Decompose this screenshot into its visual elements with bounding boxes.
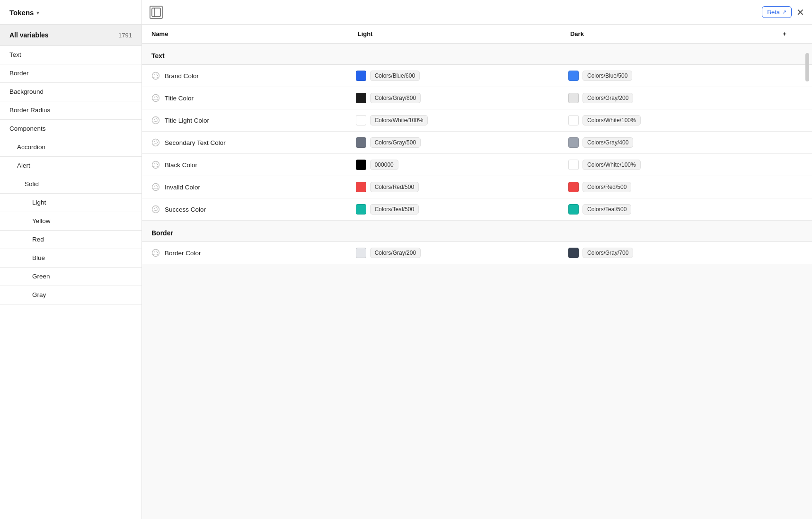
all-variables-row[interactable]: All variables 1791 <box>0 25 141 46</box>
dark-color-swatch[interactable] <box>568 248 579 258</box>
light-color-swatch[interactable] <box>356 204 366 215</box>
dark-color-swatch[interactable] <box>568 204 579 215</box>
light-color-swatch[interactable] <box>356 93 366 103</box>
svg-point-19 <box>154 163 155 164</box>
svg-point-2 <box>152 72 159 80</box>
variable-name: Title Color <box>165 95 194 102</box>
dark-color-swatch[interactable] <box>568 137 579 148</box>
table-row: Title Light Color Colors/White/100% Colo… <box>142 109 812 132</box>
svg-point-22 <box>152 184 159 191</box>
sidebar-item-border[interactable]: Border <box>0 64 141 82</box>
svg-point-29 <box>157 208 158 209</box>
sidebar: Tokens ▾ All variables 1791 TextBorderBa… <box>0 0 142 519</box>
svg-point-8 <box>156 96 157 97</box>
sidebar-item-green[interactable]: Green <box>0 268 141 286</box>
dark-color-token[interactable]: Colors/Teal/500 <box>583 204 631 215</box>
dark-color-swatch[interactable] <box>568 93 579 103</box>
sidebar-item-accordion[interactable]: Accordion <box>0 138 141 156</box>
light-color-swatch[interactable] <box>356 71 366 81</box>
toolbar-left <box>150 6 163 19</box>
close-button[interactable]: ✕ <box>796 8 804 17</box>
sidebar-item-blue[interactable]: Blue <box>0 249 141 267</box>
palette-icon <box>151 205 160 214</box>
svg-point-32 <box>156 251 157 251</box>
light-color-swatch[interactable] <box>356 248 366 258</box>
sidebar-item-background[interactable]: Background <box>0 83 141 101</box>
light-color-token[interactable]: Colors/Gray/200 <box>370 248 421 258</box>
table-row: Invalid Color Colors/Red/500 Colors/Red/… <box>142 176 812 198</box>
dark-color-token[interactable]: Colors/Blue/500 <box>583 71 632 81</box>
variable-name: Black Color <box>165 161 197 169</box>
scrollbar[interactable] <box>805 53 809 81</box>
svg-point-13 <box>157 119 158 120</box>
svg-point-7 <box>154 97 155 98</box>
dark-color-swatch[interactable] <box>568 71 579 81</box>
light-color-swatch[interactable] <box>356 160 366 170</box>
table-row: Border Color Colors/Gray/200 Colors/Gray… <box>142 242 812 264</box>
svg-point-6 <box>152 95 159 102</box>
svg-point-15 <box>154 141 155 142</box>
svg-point-31 <box>154 251 155 252</box>
beta-button[interactable]: Beta ↗ <box>762 6 792 18</box>
light-color-token[interactable]: Colors/Red/500 <box>370 182 419 192</box>
table-row: Black Color 000000 Colors/White/100% <box>142 154 812 176</box>
light-color-swatch[interactable] <box>356 182 366 192</box>
light-color-token[interactable]: 000000 <box>370 160 398 170</box>
sidebar-item-alert[interactable]: Alert <box>0 157 141 175</box>
variable-name: Secondary Text Color <box>165 139 226 146</box>
sidebar-item-gray[interactable]: Gray <box>0 286 141 304</box>
palette-icon <box>151 183 160 191</box>
svg-point-21 <box>157 164 158 165</box>
section-header-text-section: Text <box>142 44 812 65</box>
dark-color-token[interactable]: Colors/White/100% <box>583 115 641 125</box>
svg-point-30 <box>152 250 159 257</box>
light-color-token[interactable]: Colors/White/100% <box>370 115 428 125</box>
dark-color-token[interactable]: Colors/Gray/400 <box>583 137 633 148</box>
svg-point-24 <box>156 185 157 186</box>
all-variables-count: 1791 <box>118 32 132 39</box>
dark-color-token[interactable]: Colors/Gray/700 <box>583 248 633 258</box>
panel-toggle-button[interactable] <box>150 6 163 19</box>
all-variables-label: All variables <box>9 31 49 39</box>
chevron-down-icon[interactable]: ▾ <box>36 9 39 16</box>
palette-icon <box>151 116 160 125</box>
sidebar-item-components[interactable]: Components <box>0 120 141 138</box>
sidebar-item-light[interactable]: Light <box>0 194 141 212</box>
dark-color-token[interactable]: Colors/Red/500 <box>583 182 631 192</box>
light-color-token[interactable]: Colors/Blue/600 <box>370 71 420 81</box>
svg-point-16 <box>156 140 157 141</box>
section-header-border-section: Border <box>142 221 812 242</box>
light-color-swatch[interactable] <box>356 137 366 148</box>
light-color-token[interactable]: Colors/Teal/500 <box>370 204 419 215</box>
sidebar-item-red[interactable]: Red <box>0 231 141 249</box>
svg-point-18 <box>152 161 159 169</box>
svg-point-28 <box>156 207 157 208</box>
svg-point-14 <box>152 139 159 146</box>
sidebar-item-solid[interactable]: Solid <box>0 175 141 193</box>
svg-point-12 <box>156 118 157 119</box>
sidebar-item-text[interactable]: Text <box>0 46 141 64</box>
svg-point-26 <box>152 206 159 213</box>
light-color-swatch[interactable] <box>356 115 366 125</box>
palette-icon <box>151 94 160 102</box>
palette-icon <box>151 72 160 80</box>
svg-point-27 <box>154 208 155 209</box>
svg-point-4 <box>156 73 157 74</box>
light-color-token[interactable]: Colors/Gray/500 <box>370 137 421 148</box>
svg-point-9 <box>157 97 158 98</box>
dark-color-swatch[interactable] <box>568 160 579 170</box>
sidebar-item-yellow[interactable]: Yellow <box>0 212 141 230</box>
variable-name: Success Color <box>165 206 206 213</box>
light-color-token[interactable]: Colors/Gray/800 <box>370 93 421 103</box>
dark-color-swatch[interactable] <box>568 182 579 192</box>
svg-point-20 <box>156 162 157 163</box>
palette-icon <box>151 161 160 169</box>
sidebar-item-border-radius[interactable]: Border Radius <box>0 101 141 119</box>
variables-table-container: Name Light Dark + Text <box>142 25 812 519</box>
svg-rect-0 <box>152 8 160 17</box>
toolbar-right: Beta ↗ ✕ <box>762 6 804 18</box>
dark-color-token[interactable]: Colors/White/100% <box>583 160 641 170</box>
dark-color-swatch[interactable] <box>568 115 579 125</box>
dark-color-token[interactable]: Colors/Gray/200 <box>583 93 633 103</box>
col-header-add[interactable]: + <box>773 25 812 44</box>
